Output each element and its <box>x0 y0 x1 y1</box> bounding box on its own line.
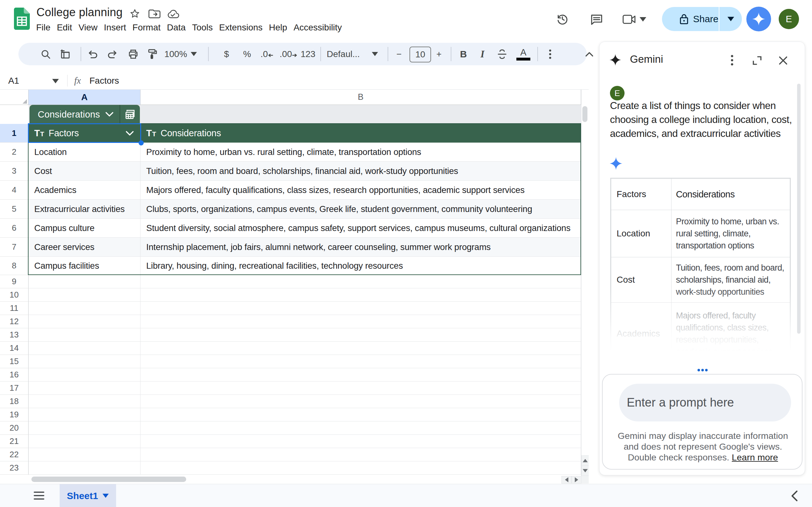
table-name-button[interactable]: Considerations <box>30 105 119 124</box>
table-options-button[interactable] <box>119 105 140 124</box>
cell-A23[interactable] <box>29 461 141 475</box>
cell-A13[interactable] <box>29 328 141 342</box>
cell-B20[interactable] <box>141 421 581 435</box>
cell-B16[interactable] <box>141 368 581 382</box>
cell-B8[interactable]: Library, housing, dining, recreational f… <box>141 257 581 275</box>
gemini-button[interactable] <box>746 7 771 32</box>
version-history-icon[interactable] <box>556 12 569 26</box>
more-formats-button[interactable]: 123 <box>299 43 317 65</box>
cell-B9[interactable] <box>141 275 581 288</box>
cloud-status-icon[interactable] <box>166 9 179 19</box>
cell-A9[interactable] <box>29 275 141 288</box>
cell-A10[interactable] <box>29 288 141 302</box>
bold-button[interactable]: B <box>455 43 471 65</box>
text-color-button[interactable]: A <box>514 43 533 65</box>
cell-A19[interactable] <box>29 408 141 421</box>
cell-A11[interactable] <box>29 302 141 315</box>
row-header-5[interactable]: 5 <box>0 200 29 219</box>
menu-insert[interactable]: Insert <box>101 21 130 34</box>
redo-icon[interactable] <box>104 43 120 65</box>
star-icon[interactable] <box>130 8 140 19</box>
cell-A16[interactable] <box>29 368 141 382</box>
cell-A7[interactable]: Career services <box>29 238 141 257</box>
cell-B19[interactable] <box>141 408 581 421</box>
row-header-20[interactable]: 20 <box>0 421 29 435</box>
menu-tools[interactable]: Tools <box>189 21 216 34</box>
sheets-logo-icon[interactable] <box>14 8 30 30</box>
cell-A18[interactable] <box>29 395 141 408</box>
cell-B1[interactable]: TTConsiderations <box>141 124 581 143</box>
row-header-1[interactable]: 1 <box>0 124 29 143</box>
italic-button[interactable]: I <box>474 43 490 65</box>
cell-A8[interactable]: Campus facilities <box>29 257 141 275</box>
increase-decimals-button[interactable]: .00 <box>278 43 299 65</box>
sheet-tab-active[interactable]: Sheet1 <box>60 484 116 507</box>
cell-A2[interactable]: Location <box>29 143 141 162</box>
search-icon[interactable] <box>38 43 54 65</box>
prompt-input[interactable]: Enter a prompt here <box>619 384 791 421</box>
cell-A22[interactable] <box>29 448 141 461</box>
menu-help[interactable]: Help <box>266 21 291 34</box>
row-header-23[interactable]: 23 <box>0 461 29 475</box>
increase-font-button[interactable]: + <box>432 43 447 65</box>
cell-B4[interactable]: Majors offered, faculty qualifications, … <box>141 181 581 200</box>
column-header-A[interactable]: A <box>29 90 141 105</box>
gemini-expand-button[interactable] <box>751 55 763 66</box>
decrease-font-button[interactable]: − <box>392 43 407 65</box>
undo-icon[interactable] <box>85 43 101 65</box>
panel-scrollbar-thumb[interactable] <box>797 83 801 334</box>
share-button[interactable]: Share <box>662 7 718 31</box>
cell-B10[interactable] <box>141 288 581 302</box>
menu-data[interactable]: Data <box>164 21 189 34</box>
row-header-21[interactable]: 21 <box>0 435 29 448</box>
scroll-up-button[interactable] <box>581 455 589 466</box>
row-header-7[interactable]: 7 <box>0 238 29 257</box>
row-header-11[interactable]: 11 <box>0 302 29 315</box>
print-icon[interactable] <box>125 43 142 65</box>
cell-A17[interactable] <box>29 382 141 395</box>
zoom-dropdown-icon[interactable] <box>189 43 199 65</box>
font-size-value[interactable]: 10 <box>409 47 431 62</box>
cell-A4[interactable]: Academics <box>29 181 141 200</box>
insert-table-icon[interactable] <box>57 43 73 65</box>
cell-A12[interactable] <box>29 315 141 328</box>
cell-B17[interactable] <box>141 382 581 395</box>
cell-B13[interactable] <box>141 328 581 342</box>
gemini-more-options-button[interactable] <box>726 54 738 66</box>
font-dropdown-icon[interactable] <box>369 43 380 65</box>
format-currency-button[interactable]: $ <box>218 43 235 65</box>
cell-B5[interactable]: Clubs, sports, organizations, campus eve… <box>141 200 581 219</box>
row-header-15[interactable]: 15 <box>0 355 29 368</box>
cell-B2[interactable]: Proximity to home, urban vs. rural setti… <box>141 143 581 162</box>
cell-A15[interactable] <box>29 355 141 368</box>
cell-B12[interactable] <box>141 315 581 328</box>
scroll-down-button[interactable] <box>581 465 589 476</box>
menu-extensions[interactable]: Extensions <box>216 21 266 34</box>
select-all-corner[interactable] <box>0 90 29 105</box>
row-header-3[interactable]: 3 <box>0 162 29 181</box>
cell-B6[interactable]: Student diversity, social atmosphere, ca… <box>141 219 581 238</box>
row-header-22[interactable]: 22 <box>0 448 29 461</box>
row-header-2[interactable]: 2 <box>0 143 29 162</box>
decrease-decimals-button[interactable]: .0 <box>257 43 276 65</box>
document-title[interactable]: College planning <box>37 6 122 19</box>
hide-menus-button[interactable] <box>580 43 599 65</box>
vertical-scrollbar-thumb[interactable] <box>582 106 588 122</box>
menu-accessibility[interactable]: Accessibility <box>290 21 345 34</box>
row-header-13[interactable]: 13 <box>0 328 29 342</box>
account-avatar[interactable]: E <box>779 9 799 29</box>
cell-B11[interactable] <box>141 302 581 315</box>
comment-icon[interactable] <box>590 13 603 26</box>
learn-more-link[interactable]: Learn more <box>732 452 778 462</box>
cell-A20[interactable] <box>29 421 141 435</box>
row-header-6[interactable]: 6 <box>0 219 29 238</box>
cell-B21[interactable] <box>141 435 581 448</box>
cell-A1[interactable]: TTFactors <box>29 124 141 143</box>
menu-view[interactable]: View <box>75 21 101 34</box>
cell-B14[interactable] <box>141 342 581 355</box>
cell-A5[interactable]: Extracurricular activities <box>29 200 141 219</box>
row-header-16[interactable]: 16 <box>0 368 29 382</box>
cell-A6[interactable]: Campus culture <box>29 219 141 238</box>
cell-B23[interactable] <box>141 461 581 475</box>
scroll-left-button[interactable] <box>561 476 571 484</box>
